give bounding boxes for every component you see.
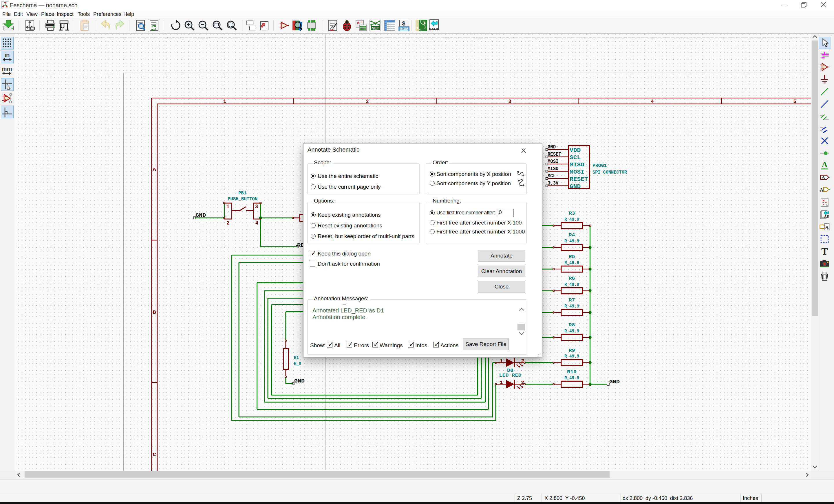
svg-text:R6: R6 [569, 276, 575, 281]
svg-text:R_49.9: R_49.9 [564, 260, 579, 266]
svg-text:D8: D8 [507, 368, 513, 373]
svg-text:R1: R1 [294, 355, 299, 361]
svg-text:A: A [822, 160, 827, 169]
svg-text:2: 2 [366, 98, 369, 105]
svg-text:PROG1: PROG1 [592, 163, 607, 168]
svg-text:B: B [153, 310, 156, 315]
svg-text:R_49.9: R_49.9 [564, 282, 579, 287]
svg-text:A: A [820, 187, 824, 193]
svg-text:GND: GND [548, 144, 556, 150]
svg-text:4: 4 [256, 220, 258, 226]
svg-text:R_49.9: R_49.9 [564, 303, 579, 309]
svg-text:GND: GND [294, 378, 305, 384]
svg-text:1: 1 [500, 358, 503, 364]
svg-text:R_49.9: R_49.9 [564, 375, 579, 381]
svg-text:MOSI: MOSI [548, 158, 558, 165]
svg-text:T: T [821, 246, 828, 257]
svg-text:A: A [153, 167, 156, 173]
svg-text:AD: AD [824, 214, 829, 219]
svg-text:3.3V: 3.3V [548, 180, 558, 186]
svg-text:NET: NET [372, 26, 379, 30]
svg-text:RESET: RESET [570, 176, 588, 183]
svg-text:R8: R8 [569, 322, 575, 328]
svg-text:A: A [825, 225, 829, 229]
svg-text:R_0: R_0 [294, 361, 301, 366]
svg-text:GND: GND [196, 212, 206, 219]
svg-text:R10: R10 [567, 369, 576, 375]
svg-text:LED_RED: LED_RED [499, 373, 522, 378]
svg-text:R3: R3 [569, 211, 575, 216]
svg-text:R_49.9: R_49.9 [564, 328, 579, 334]
svg-text:R_49.9: R_49.9 [564, 353, 579, 359]
svg-text:1: 1 [226, 203, 229, 210]
svg-text:BOM: BOM [400, 27, 408, 31]
svg-text:R_49.9: R_49.9 [564, 217, 579, 222]
svg-text:GND: GND [609, 379, 620, 385]
svg-text:MOSI: MOSI [570, 169, 585, 175]
svg-text:MISO: MISO [548, 165, 558, 172]
svg-text:C: C [153, 452, 156, 457]
svg-text:SPI_CONNECTOR: SPI_CONNECTOR [592, 169, 627, 175]
svg-text:R9: R9 [569, 348, 575, 353]
svg-text:1: 1 [500, 380, 503, 385]
svg-text:PB1: PB1 [238, 190, 246, 196]
svg-text:VDD: VDD [570, 147, 580, 154]
svg-text:R4: R4 [569, 232, 575, 238]
svg-text:3: 3 [508, 98, 511, 105]
svg-text:GND: GND [570, 183, 580, 190]
svg-text:mm: mm [1, 65, 12, 72]
svg-text:SCL: SCL [570, 154, 580, 161]
svg-text:3: 3 [255, 203, 258, 210]
svg-text:SCL: SCL [548, 173, 556, 179]
svg-text:R_49.9: R_49.9 [564, 238, 579, 244]
svg-text:5: 5 [793, 98, 796, 105]
svg-text:MISO: MISO [570, 161, 585, 168]
svg-text:in: in [4, 51, 9, 58]
svg-text:4: 4 [651, 98, 654, 105]
svg-text:A: A [821, 175, 825, 180]
svg-text:R7: R7 [569, 297, 575, 303]
svg-text:RESET: RESET [548, 151, 561, 157]
svg-text:2: 2 [227, 220, 229, 226]
svg-text:BACK: BACK [429, 27, 440, 31]
svg-text:1: 1 [223, 98, 226, 105]
svg-text:R5: R5 [569, 254, 575, 259]
svg-text:PUSH_BUTTON: PUSH_BUTTON [227, 196, 258, 202]
svg-text:$: $ [402, 20, 405, 27]
